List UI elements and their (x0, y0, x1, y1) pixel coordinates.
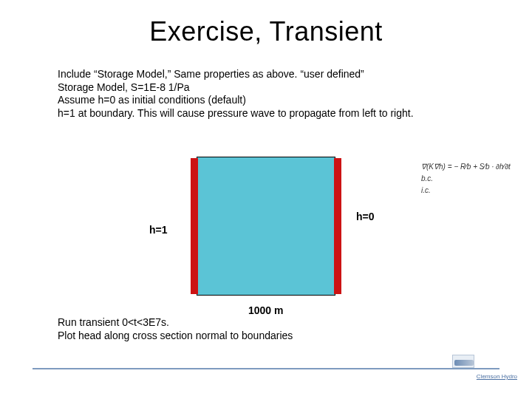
left-boundary (191, 158, 198, 294)
page-title: Exercise, Transient (0, 16, 532, 47)
left-boundary-label: h=1 (149, 224, 168, 236)
instructions-block: Include “Storage Model,” Same properties… (58, 68, 471, 120)
right-boundary (334, 158, 341, 294)
footer-divider (33, 368, 499, 369)
governing-equation: ∇(K∇h) = − R⁄b + S⁄b · ∂h⁄∂t b.c. i.c. (421, 161, 501, 197)
domain-region (197, 157, 335, 296)
domain-width-label: 1000 m (248, 304, 283, 316)
right-boundary-label: h=0 (356, 211, 375, 222)
instruction-line: h=1 at boundary. This will cause pressur… (58, 107, 471, 120)
instruction-line: Include “Storage Model,” Same properties… (58, 68, 471, 81)
footer-logo-icon (452, 355, 474, 368)
instruction-line: Assume h=0 as initial conditions (defaul… (58, 94, 471, 107)
equation-ic: i.c. (421, 185, 501, 197)
run-line: Plot head along cross section normal to … (58, 330, 471, 343)
run-line: Run transient 0<t<3E7s. (58, 316, 471, 330)
equation-main: ∇(K∇h) = − R⁄b + S⁄b · ∂h⁄∂t (421, 161, 501, 173)
domain-diagram (191, 157, 341, 296)
run-instructions: Run transient 0<t<3E7s. Plot head along … (58, 316, 471, 342)
footer-brand: Clemson Hydro (477, 373, 517, 380)
equation-bc: b.c. (421, 173, 501, 185)
instruction-line: Storage Model, S=1E-8 1/Pa (58, 81, 471, 95)
